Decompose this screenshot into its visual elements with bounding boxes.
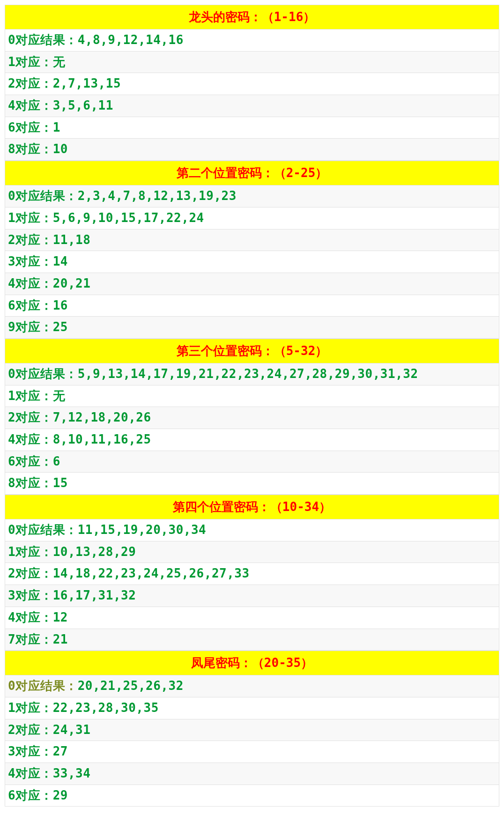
row-values: 25 (53, 320, 68, 334)
data-row: 0对应结果：2,3,4,7,8,12,13,19,23 (5, 185, 499, 207)
row-values: 16 (53, 298, 68, 312)
section-header: 凤尾密码：（20-35） (5, 651, 499, 675)
section-header: 第二个位置密码：（2-25） (5, 161, 499, 185)
row-values: 14,18,22,23,24,25,26,27,33 (53, 566, 250, 580)
data-row: 2对应：11,18 (5, 230, 499, 252)
data-row: 4对应：12 (5, 607, 499, 629)
data-row: 7对应：21 (5, 629, 499, 651)
row-label: 1对应： (8, 211, 53, 225)
row-label: 2对应： (8, 233, 53, 247)
row-label: 0对应结果： (8, 367, 78, 381)
row-label: 1对应： (8, 389, 53, 403)
row-values: 29 (53, 788, 68, 802)
row-values: 6 (53, 454, 60, 468)
data-row: 4对应：20,21 (5, 273, 499, 295)
row-label: 6对应： (8, 788, 53, 802)
data-row: 2对应：24,31 (5, 719, 499, 741)
row-label: 4对应： (8, 610, 53, 624)
data-row: 1对应：无 (5, 52, 499, 74)
data-row: 0对应结果：5,9,13,14,17,19,21,22,23,24,27,28,… (5, 363, 499, 385)
row-values: 21 (53, 632, 68, 646)
data-row: 1对应：22,23,28,30,35 (5, 697, 499, 719)
row-values: 无 (53, 389, 66, 403)
row-label: 1对应： (8, 545, 53, 559)
row-values: 12 (53, 610, 68, 624)
row-label: 2对应： (8, 566, 53, 580)
row-label: 7对应： (8, 632, 53, 646)
row-label: 1对应： (8, 701, 53, 715)
row-values: 16,17,31,32 (53, 588, 136, 602)
row-values: 33,34 (53, 766, 91, 780)
row-values: 3,5,6,11 (53, 98, 113, 112)
row-values: 24,31 (53, 723, 91, 737)
row-values: 15 (53, 476, 68, 490)
row-label: 1对应： (8, 55, 53, 69)
row-values: 22,23,28,30,35 (53, 701, 159, 715)
row-values: 2,3,4,7,8,12,13,19,23 (78, 189, 237, 203)
row-values: 10 (53, 142, 68, 156)
content-container: 龙头的密码：（1-16）0对应结果：4,8,9,12,14,161对应：无2对应… (0, 0, 504, 811)
row-label: 3对应： (8, 254, 53, 268)
row-label: 9对应： (8, 320, 53, 334)
data-row: 0对应结果：11,15,19,20,30,34 (5, 519, 499, 541)
row-values: 27 (53, 744, 68, 758)
row-label: 6对应： (8, 298, 53, 312)
data-row: 6对应：29 (5, 785, 499, 807)
row-label: 3对应： (8, 744, 53, 758)
row-values: 无 (53, 55, 66, 69)
row-values: 5,6,9,10,15,17,22,24 (53, 211, 204, 225)
data-row: 4对应：8,10,11,16,25 (5, 429, 499, 451)
row-label: 4对应： (8, 276, 53, 290)
data-row: 3对应：14 (5, 251, 499, 273)
data-row: 8对应：15 (5, 473, 499, 495)
row-values: 20,21,25,26,32 (78, 679, 184, 693)
row-values: 11,15,19,20,30,34 (78, 523, 207, 537)
row-values: 8,10,11,16,25 (53, 432, 151, 446)
section-header: 第三个位置密码：（5-32） (5, 339, 499, 363)
section-header: 第四个位置密码：（10-34） (5, 495, 499, 519)
row-values: 1 (53, 120, 60, 134)
row-label: 0对应结果： (8, 189, 78, 203)
row-label: 0对应结果： (8, 33, 78, 47)
data-row: 4对应：33,34 (5, 763, 499, 785)
data-row: 3对应：16,17,31,32 (5, 585, 499, 607)
row-label: 6对应： (8, 454, 53, 468)
row-label: 3对应： (8, 588, 53, 602)
row-values: 11,18 (53, 233, 91, 247)
row-label: 8对应： (8, 476, 53, 490)
data-row: 6对应：16 (5, 295, 499, 317)
data-row: 6对应：1 (5, 117, 499, 139)
row-label: 0对应结果： (8, 523, 78, 537)
row-label: 4对应： (8, 766, 53, 780)
data-row: 4对应：3,5,6,11 (5, 95, 499, 117)
row-label: 4对应： (8, 98, 53, 112)
row-values: 4,8,9,12,14,16 (78, 33, 184, 47)
data-row: 0对应结果：4,8,9,12,14,16 (5, 30, 499, 52)
data-row: 8对应：10 (5, 139, 499, 161)
data-row: 1对应：无 (5, 385, 499, 407)
data-row: 3对应：27 (5, 741, 499, 763)
data-row: 1对应：5,6,9,10,15,17,22,24 (5, 207, 499, 230)
data-row: 1对应：10,13,28,29 (5, 541, 499, 563)
row-label: 4对应： (8, 432, 53, 446)
data-row: 2对应：7,12,18,20,26 (5, 407, 499, 429)
row-values: 10,13,28,29 (53, 545, 136, 559)
row-label: 0对应结果： (8, 679, 78, 693)
row-values: 2,7,13,15 (53, 76, 121, 90)
row-label: 8对应： (8, 142, 53, 156)
data-row: 9对应：25 (5, 317, 499, 339)
row-label: 2对应： (8, 723, 53, 737)
row-label: 6对应： (8, 120, 53, 134)
row-values: 5,9,13,14,17,19,21,22,23,24,27,28,29,30,… (78, 367, 418, 381)
row-label: 2对应： (8, 76, 53, 90)
row-values: 7,12,18,20,26 (53, 410, 151, 424)
row-values: 14 (53, 254, 68, 268)
data-row: 2对应：14,18,22,23,24,25,26,27,33 (5, 563, 499, 585)
row-label: 2对应： (8, 410, 53, 424)
row-values: 20,21 (53, 276, 91, 290)
section-header: 龙头的密码：（1-16） (5, 5, 499, 30)
data-row: 0对应结果：20,21,25,26,32 (5, 675, 499, 697)
data-row: 6对应：6 (5, 451, 499, 473)
data-row: 2对应：2,7,13,15 (5, 73, 499, 95)
